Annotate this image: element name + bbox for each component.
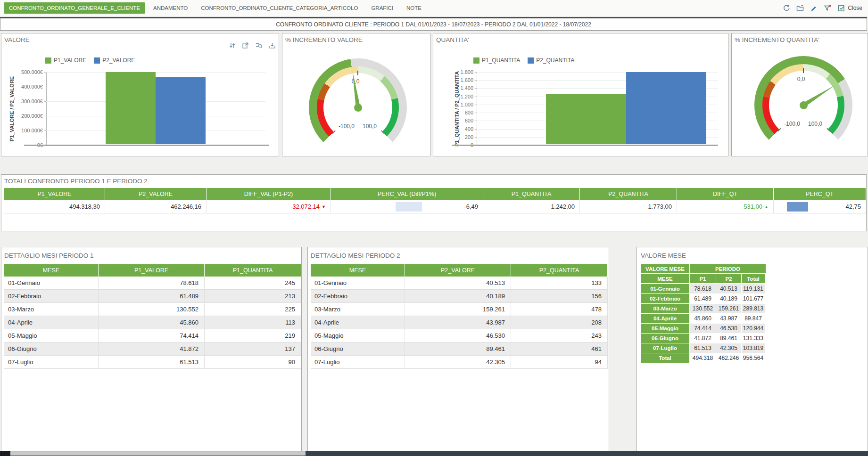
- value-cell: 137: [205, 342, 301, 356]
- value-cell: 243: [511, 329, 608, 342]
- down-arrow-icon: ▼: [322, 204, 326, 209]
- month-cell: 07-Luglio: [4, 356, 99, 369]
- totali-cell-p1-quantita: 1.242,00: [483, 200, 580, 213]
- scrollbar-thumb[interactable]: [10, 451, 306, 456]
- axis-tick-label: 400.000€: [5, 84, 43, 90]
- gauge-max-label: 100,0: [808, 121, 822, 127]
- totali-cell-p1-valore: 494.318,30: [4, 200, 105, 213]
- close-button[interactable]: Close: [838, 4, 862, 12]
- valore-mese-title: VALORE MESE: [641, 252, 686, 259]
- pivot-value-cell: 119.131: [742, 284, 765, 294]
- month-cell: 04-Aprile: [311, 316, 405, 329]
- maximize-icon[interactable]: [242, 42, 249, 51]
- gauge-zero-label: 0,0: [352, 78, 360, 85]
- y-axis-line: [46, 72, 47, 145]
- panel-valore-title: VALORE: [4, 36, 30, 43]
- export-icon[interactable]: [269, 42, 276, 51]
- pivot-month-label: 05-Maggio: [641, 324, 690, 334]
- tab-andamento[interactable]: ANDAMENTO: [148, 2, 193, 14]
- legend-swatch: [45, 57, 51, 64]
- tab-confronto-ordinato-cliente-categoria-articolo[interactable]: CONFRONTO_ORDINATO_CLIENTE_CATEGORIA_ART…: [196, 2, 363, 14]
- tab-note[interactable]: NOTE: [401, 2, 427, 14]
- chart-legend: P1_VALOREP2_VALORE: [45, 57, 135, 64]
- value-cell: 78.618: [99, 277, 205, 290]
- bar-p1-quantita[interactable]: [546, 94, 626, 144]
- pivot-month-label: 02-Febbraio: [641, 294, 690, 304]
- axis-tick-label: 500.000€: [5, 69, 43, 75]
- report-title: CONFRONTO ORDINATO CLIENTE : PERIODO 1 D…: [276, 21, 591, 28]
- dashboard: CONFRONTO_ORDINATO_GENERALE_E_CLIENTEAND…: [0, 0, 868, 456]
- tab-grafici[interactable]: GRAFICI: [366, 2, 398, 14]
- report-title-bar: CONFRONTO ORDINATO CLIENTE : PERIODO 1 D…: [0, 17, 867, 31]
- axis-tick: [44, 72, 46, 73]
- totali-value: 531,00: [744, 203, 762, 210]
- open-folder-icon[interactable]: [796, 4, 804, 12]
- totali-value: 42,75: [845, 203, 861, 210]
- table-row: 04-Aprile45.860113: [4, 316, 301, 329]
- legend-item: P1_VALORE: [45, 57, 86, 64]
- pivot-subheader-p1: P1: [690, 274, 716, 284]
- month-cell: 03-Marzo: [4, 303, 99, 316]
- pivot-total-label: Total: [641, 353, 690, 363]
- pivot-value-cell: 101.677: [742, 294, 765, 304]
- panel-quantita: QUANTITA' P1_QUANTITAP2_QUANTITAP1_QUANT…: [433, 33, 728, 156]
- bar-p2-valore[interactable]: [156, 77, 206, 144]
- totali-header-perc-qt: PERC_QT: [774, 188, 866, 200]
- incremento-valore-gauge: 0,0-100,0100,0: [282, 33, 430, 156]
- axis-tick: [44, 130, 46, 131]
- table-row: 07-Luglio42.30594: [311, 356, 608, 369]
- bar-p2-quantita[interactable]: [626, 72, 706, 144]
- value-cell: 245: [205, 277, 301, 290]
- totali-value: 1.773,00: [648, 203, 672, 210]
- search-icon[interactable]: [255, 42, 263, 51]
- valore-bar-chart: P1_VALOREP2_VALOREP1_VALORE / P2_VALORE0…: [1, 33, 279, 156]
- pivot-value-cell: 40.189: [716, 294, 742, 304]
- axis-tick-label: 200: [436, 134, 473, 140]
- month-cell: 03-Marzo: [311, 303, 405, 316]
- gauge-min-label: -100,0: [339, 123, 355, 130]
- axis-tick-label: 1.400: [436, 85, 473, 91]
- totali-cell-p2-quantita: 1.773,00: [580, 200, 677, 213]
- pivot-row: 03-Marzo130.552159.261289.813: [641, 304, 765, 314]
- sort-icon[interactable]: [229, 42, 236, 51]
- tab-confronto-ordinato-generale-e-cliente[interactable]: CONFRONTO_ORDINATO_GENERALE_E_CLIENTE: [4, 2, 145, 14]
- table-row: 01-Gennaio40.513133: [311, 277, 608, 290]
- totali-header-perc-val-diff-p1: PERC_VAL (Diff/P1%): [331, 188, 483, 200]
- month-cell: 07-Luglio: [311, 356, 405, 369]
- pivot-value-cell: 45.860: [690, 314, 716, 324]
- value-cell: 213: [205, 290, 301, 303]
- gauge: 0,0-100,0100,0: [754, 56, 852, 154]
- totali-title: TOTALI CONFRONTO PERIODO 1 E PERIODO 2: [4, 178, 148, 185]
- table-row: 05-Maggio74.414219: [4, 329, 301, 342]
- totali-header-row: P1_VALOREP2_VALOREDIFF_VAL (P1-P2)PERC_V…: [4, 188, 866, 200]
- totali-value: 494.318,30: [69, 203, 100, 210]
- pivot-value-cell: 46.530: [716, 324, 742, 334]
- pivot-value-cell: 78.618: [690, 284, 716, 294]
- pivot-value-cell: 89.461: [716, 334, 742, 343]
- pivot-value-cell: 42.305: [716, 343, 742, 353]
- panel-dettaglio-periodo-2: DETTAGLIO MESI PERIODO 2 MESEP2_VALOREP2…: [307, 247, 609, 452]
- pivot-value-cell: 956.564: [742, 353, 765, 363]
- panel-totali: TOTALI CONFRONTO PERIODO 1 E PERIODO 2 P…: [1, 174, 867, 231]
- refresh-icon[interactable]: [783, 4, 790, 12]
- pivot-month-label: 04-Aprile: [641, 314, 690, 324]
- clear-filter-icon[interactable]: [824, 4, 832, 12]
- axis-tick: [475, 105, 477, 105]
- edit-pencil-icon[interactable]: [810, 4, 818, 12]
- panel-incremento-quantita-title: % INCREMENTO QUANTITA': [735, 36, 819, 43]
- value-cell: 156: [511, 290, 608, 303]
- legend-label: P2_VALORE: [102, 57, 135, 64]
- pivot-month-label: 06-Giugno: [641, 334, 690, 343]
- pivot-value-cell: 40.513: [716, 284, 742, 294]
- legend-label: P2_QUANTITA: [536, 57, 574, 64]
- bar-p1-valore[interactable]: [106, 72, 156, 144]
- totali-value: 1.242,00: [551, 203, 575, 210]
- totali-cell-diff-qt: 531,00▲: [677, 200, 774, 213]
- axis-tick-label: 800: [436, 110, 473, 115]
- totali-header-p1-valore: P1_VALORE: [4, 188, 105, 200]
- value-cell: 208: [511, 316, 608, 329]
- pivot-value-cell: 43.987: [716, 314, 742, 324]
- value-cell: 61.513: [99, 356, 205, 369]
- horizontal-scrollbar[interactable]: [0, 451, 868, 456]
- table-row: 05-Maggio46.530243: [311, 329, 608, 342]
